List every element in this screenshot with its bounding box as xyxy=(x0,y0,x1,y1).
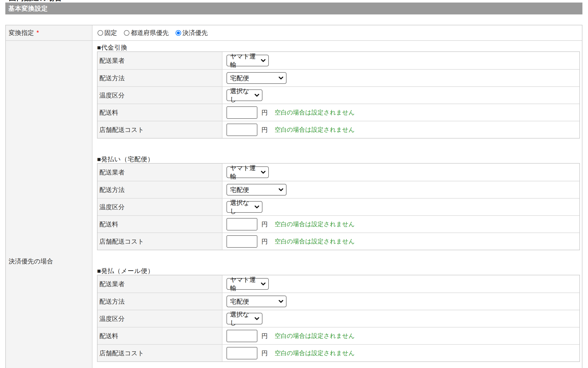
dropdown[interactable]: ヤマト運輸 xyxy=(226,166,269,178)
row-label-cell: 配送業者 xyxy=(98,52,222,69)
row-label: 配送方法 xyxy=(99,186,125,194)
section-table: 配送業者 ヤマト運輸 配送方法 宅配便 温度区分 xyxy=(97,163,580,250)
table-row: 配送業者 ヤマト運輸 xyxy=(98,164,579,181)
currency-unit-label: 円 xyxy=(261,220,268,228)
chevron-down-icon xyxy=(278,76,283,80)
row-control-cell: 円 空白の場合は設定されません xyxy=(222,104,579,121)
dropdown[interactable]: 宅配便 xyxy=(226,296,287,307)
page-title-clipped: 国内配送の場合 xyxy=(9,0,237,2)
radio-option-fixed[interactable]: 固定 xyxy=(98,29,117,37)
dropdown-selected-value: 選択なし xyxy=(230,310,252,327)
dropdown-selected-value: ヤマト運輸 xyxy=(230,276,259,292)
dropdown[interactable]: 選択なし xyxy=(226,313,262,324)
payment-priority-label-cell: 決済優先の場合 xyxy=(6,41,92,368)
table-row: 温度区分 選択なし xyxy=(98,310,579,327)
currency-unit-label: 円 xyxy=(261,126,268,134)
sections-host: ■代金引換 配送業者 ヤマト運輸 配送方法 宅配便 xyxy=(92,41,582,362)
blank-value-note: 空白の場合は設定されません xyxy=(275,126,355,134)
dropdown[interactable]: 宅配便 xyxy=(226,184,287,196)
chevron-down-icon xyxy=(254,317,259,320)
price-input[interactable] xyxy=(226,330,257,342)
chevron-down-icon xyxy=(254,94,259,97)
row-label-cell: 温度区分 xyxy=(98,310,222,327)
radio-option-prefecture-priority[interactable]: 都道府県優先 xyxy=(124,29,169,37)
row-control-cell: 円 空白の場合は設定されません xyxy=(222,345,579,361)
chevron-down-icon xyxy=(261,59,266,62)
dropdown-selected-value: ヤマト運輸 xyxy=(230,52,259,69)
row-control-cell: 円 空白の場合は設定されません xyxy=(222,327,579,344)
dropdown[interactable]: 選択なし xyxy=(226,89,262,101)
price-input[interactable] xyxy=(226,235,257,248)
currency-unit-label: 円 xyxy=(261,349,268,357)
currency-unit-label: 円 xyxy=(261,332,268,340)
row-label: 店舗配送コスト xyxy=(99,349,144,357)
shipping-section: ■発払（メール便） 配送業者 ヤマト運輸 配送方法 宅配便 xyxy=(97,267,582,362)
row-control-cell: 宅配便 xyxy=(222,70,579,86)
row-label-cell: 温度区分 xyxy=(98,87,222,104)
row-label-cell: 配送料 xyxy=(98,216,222,233)
row-label-cell: 配送方法 xyxy=(98,293,222,310)
row-control-cell: 円 空白の場合は設定されません xyxy=(222,216,579,233)
shipping-section: ■発払い（宅配便） 配送業者 ヤマト運輸 配送方法 宅配便 xyxy=(97,156,582,250)
row-control-cell: ヤマト運輸 xyxy=(222,164,579,181)
price-input[interactable] xyxy=(226,218,257,230)
payment-priority-label: 決済優先の場合 xyxy=(9,257,92,265)
row-label-cell: 配送料 xyxy=(98,104,222,121)
row-label-cell: 温度区分 xyxy=(98,199,222,215)
radio-option-payment-priority[interactable]: 決済優先 xyxy=(176,29,208,37)
price-input[interactable] xyxy=(226,347,257,359)
table-row: 配送料 円 空白の場合は設定されません xyxy=(98,104,579,121)
table-row: 温度区分 選択なし xyxy=(98,198,579,215)
row-label: 温度区分 xyxy=(99,91,125,100)
row-label: 配送方法 xyxy=(99,74,125,82)
dropdown-selected-value: 宅配便 xyxy=(230,297,249,306)
row-label: 配送業者 xyxy=(99,280,125,288)
radio-option-label: 固定 xyxy=(104,29,117,37)
row-label: 店舗配送コスト xyxy=(99,237,144,246)
row-label: 配送業者 xyxy=(99,56,125,65)
radio-button-icon[interactable] xyxy=(124,30,129,36)
row-control-cell: 円 空白の場合は設定されません xyxy=(222,121,579,138)
row-label-cell: 配送業者 xyxy=(98,275,222,293)
price-input[interactable] xyxy=(226,124,257,136)
currency-unit-label: 円 xyxy=(261,108,268,117)
conversion-radio-group: 固定 都道府県優先 決済優先 xyxy=(92,25,582,40)
dropdown[interactable]: ヤマト運輸 xyxy=(226,278,269,290)
row-label: 配送業者 xyxy=(99,168,125,177)
dropdown[interactable]: 宅配便 xyxy=(226,72,287,84)
row-control-cell: 宅配便 xyxy=(222,181,579,198)
section-table: 配送業者 ヤマト運輸 配送方法 宅配便 温度区分 xyxy=(97,275,580,362)
dropdown[interactable]: ヤマト運輸 xyxy=(226,55,269,66)
section-title: ■発払（メール便） xyxy=(97,267,582,274)
row-label-cell: 店舗配送コスト xyxy=(98,121,222,138)
table-row: 配送方法 宅配便 xyxy=(98,69,579,86)
dropdown[interactable]: 選択なし xyxy=(226,201,262,213)
panel-title: 基本変換設定 xyxy=(5,4,48,13)
table-row: 温度区分 選択なし xyxy=(98,86,579,104)
table-row: 店舗配送コスト 円 空白の場合は設定されません xyxy=(98,233,579,250)
chevron-down-icon xyxy=(254,205,259,209)
dropdown-selected-value: 選択なし xyxy=(230,87,252,104)
row-control-cell: 選択なし xyxy=(222,199,579,215)
row-control-cell: 宅配便 xyxy=(222,293,579,310)
table-row: 配送方法 宅配便 xyxy=(98,181,579,198)
blank-value-note: 空白の場合は設定されません xyxy=(275,220,355,228)
row-label-cell: 店舗配送コスト xyxy=(98,233,222,250)
row-label: 温度区分 xyxy=(99,203,125,211)
radio-button-icon[interactable] xyxy=(98,30,103,36)
table-row: 配送料 円 空白の場合は設定されません xyxy=(98,215,579,233)
row-control-cell: ヤマト運輸 xyxy=(222,52,579,69)
radio-button-icon[interactable] xyxy=(176,30,181,36)
price-input[interactable] xyxy=(226,106,257,119)
table-row: 店舗配送コスト 円 空白の場合は設定されません xyxy=(98,121,579,138)
section-title: ■発払い（宅配便） xyxy=(97,156,582,163)
dropdown-selected-value: ヤマト運輸 xyxy=(230,164,259,181)
row-label: 温度区分 xyxy=(99,315,125,323)
basic-conversion-form: 変換指定 * 固定 都道府県優先 決済優先 決済優先の xyxy=(5,25,582,368)
row-label: 配送料 xyxy=(99,220,118,228)
conversion-row: 変換指定 * 固定 都道府県優先 決済優先 xyxy=(6,25,582,41)
dropdown-selected-value: 宅配便 xyxy=(230,74,249,82)
payment-priority-content-cell: ■代金引換 配送業者 ヤマト運輸 配送方法 宅配便 xyxy=(92,41,582,368)
row-label-cell: 店舗配送コスト xyxy=(98,345,222,361)
row-label: 配送料 xyxy=(99,332,118,340)
